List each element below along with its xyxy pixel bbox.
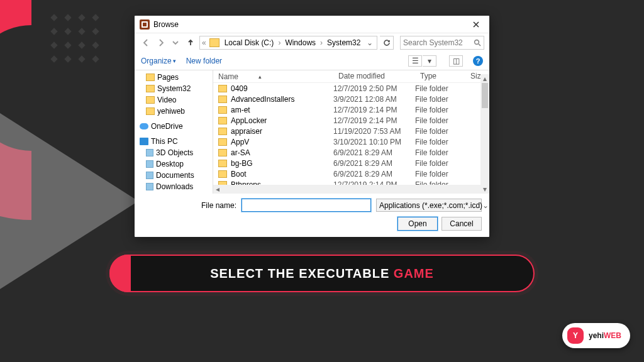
scroll-up-icon[interactable]: ▴: [480, 74, 489, 83]
col-date[interactable]: Date modified: [333, 70, 415, 82]
open-button[interactable]: Open: [397, 217, 438, 231]
tree-item[interactable]: This PC: [135, 136, 213, 147]
row-date: 6/9/2021 8:29 AM: [333, 159, 415, 168]
row-date: 11/19/2020 7:53 AM: [333, 127, 415, 136]
crumb-2[interactable]: System32: [325, 36, 363, 49]
view-dropdown-icon[interactable]: ▾: [423, 55, 436, 67]
row-name: Bthprops: [231, 180, 261, 185]
row-type: File folder: [415, 180, 465, 185]
folder-icon: [146, 107, 155, 115]
crumb-overflow[interactable]: «: [201, 36, 207, 49]
folder-icon: [209, 38, 219, 47]
tree-item[interactable]: Downloads: [135, 181, 213, 192]
address-dropdown-icon[interactable]: ⌄: [364, 38, 375, 47]
horizontal-scrollbar[interactable]: ◂▸: [213, 185, 489, 194]
row-date: 6/9/2021 8:29 AM: [333, 148, 415, 157]
row-type: File folder: [415, 84, 465, 93]
tree-item[interactable]: Documents: [135, 170, 213, 181]
search-icon: [474, 39, 481, 47]
address-bar: « Local Disk (C:) › Windows › System32 ⌄…: [135, 33, 489, 52]
table-row[interactable]: bg-BG6/9/2021 8:29 AMFile folder: [213, 158, 489, 168]
refresh-button[interactable]: [380, 36, 394, 50]
column-headers[interactable]: Name▴ Date modified Type Size: [213, 70, 489, 83]
row-date: 12/7/2019 2:14 PM: [333, 106, 415, 114]
help-button[interactable]: ?: [473, 56, 483, 66]
back-button[interactable]: [140, 36, 152, 50]
recent-button[interactable]: [170, 36, 182, 50]
folder-icon: [218, 160, 227, 167]
table-row[interactable]: am-et12/7/2019 2:14 PMFile folder: [213, 104, 489, 115]
brand-badge: Y yehiWEB: [562, 323, 630, 348]
row-type: File folder: [415, 116, 465, 125]
row-date: 6/9/2021 8:29 AM: [333, 170, 415, 178]
crumb-0[interactable]: Local Disk (C:): [222, 36, 277, 49]
tree-item-label: This PC: [151, 137, 178, 146]
table-row[interactable]: Boot6/9/2021 8:29 AMFile folder: [213, 168, 489, 179]
window-title: Browse: [153, 20, 468, 29]
tree-item[interactable]: 3D Objects: [135, 147, 213, 158]
folder-icon: [218, 85, 227, 92]
cancel-button[interactable]: Cancel: [441, 217, 482, 231]
filename-input[interactable]: [242, 199, 371, 212]
row-name: AppV: [231, 138, 249, 146]
vertical-scrollbar[interactable]: ▴ ▾: [480, 83, 489, 185]
crumb-1[interactable]: Windows: [282, 36, 318, 49]
tree-item[interactable]: Desktop: [135, 158, 213, 170]
tree-item-label: System32: [157, 84, 191, 93]
tree-item-label: 3D Objects: [156, 148, 193, 157]
folder-icon: [146, 74, 155, 81]
nav-tree[interactable]: PagesSystem32VideoyehiwebOneDriveThis PC…: [135, 70, 213, 194]
preview-pane-button[interactable]: ◫: [449, 55, 463, 67]
table-row[interactable]: AdvancedInstallers3/9/2021 12:08 AMFile …: [213, 94, 489, 104]
scroll-left-icon[interactable]: ◂: [213, 185, 222, 194]
up-button[interactable]: [184, 36, 197, 50]
table-row[interactable]: AppV3/10/2021 10:10 PMFile folder: [213, 136, 489, 147]
tree-item[interactable]: Pages: [135, 72, 213, 83]
col-type[interactable]: Type: [415, 70, 465, 82]
row-name: AppLocker: [231, 116, 267, 125]
sq-icon: [146, 183, 153, 190]
view-details-icon[interactable]: ☰: [408, 55, 422, 67]
tree-item[interactable]: Video: [135, 94, 213, 106]
sort-asc-icon: ▴: [258, 74, 262, 80]
forward-button[interactable]: [155, 36, 167, 50]
sq-icon: [146, 149, 153, 156]
file-list: Name▴ Date modified Type Size 040912/7/2…: [213, 70, 489, 194]
folder-icon: [146, 96, 155, 104]
browse-dialog: Browse « Local Disk (C:) › Windows › Sys…: [135, 16, 489, 237]
cloud-icon: [140, 123, 148, 129]
row-type: File folder: [415, 127, 465, 136]
row-type: File folder: [415, 106, 465, 114]
scroll-down-icon[interactable]: ▾: [480, 185, 489, 194]
table-row[interactable]: appraiser11/19/2020 7:53 AMFile folder: [213, 126, 489, 136]
view-mode[interactable]: ☰▾: [408, 55, 436, 67]
caption-text: SELECT THE EXECUTABLE GAME: [111, 266, 533, 281]
search-input[interactable]: Search System32: [400, 36, 484, 50]
folder-icon: [218, 117, 227, 124]
row-date: 3/9/2021 12:08 AM: [333, 95, 415, 104]
scroll-thumb[interactable]: [482, 83, 488, 108]
table-row[interactable]: AppLocker12/7/2019 2:14 PMFile folder: [213, 115, 489, 126]
table-row[interactable]: 040912/7/2019 2:50 PMFile folder: [213, 83, 489, 94]
tree-item[interactable]: yehiweb: [135, 106, 213, 117]
bg-dots: [52, 15, 98, 62]
file-type-select[interactable]: Applications (*.exe;*.com;*.icd) ⌄: [376, 199, 482, 212]
table-row[interactable]: ar-SA6/9/2021 8:29 AMFile folder: [213, 147, 489, 158]
row-name: ar-SA: [231, 148, 250, 157]
table-row[interactable]: Bthprops12/7/2019 2:14 PMFile folder: [213, 179, 489, 185]
close-button[interactable]: [468, 18, 484, 31]
tree-item[interactable]: OneDrive: [135, 121, 213, 132]
folder-icon: [218, 138, 227, 146]
row-name: am-et: [231, 106, 250, 114]
folder-icon: [218, 149, 227, 156]
col-name: Name▴: [213, 70, 333, 82]
row-name: Boot: [231, 170, 247, 178]
new-folder-button[interactable]: New folder: [186, 57, 222, 65]
filename-label: File name:: [142, 201, 236, 210]
breadcrumb[interactable]: « Local Disk (C:) › Windows › System32 ⌄: [199, 36, 377, 50]
tree-item[interactable]: System32: [135, 83, 213, 94]
tree-item-label: Downloads: [156, 182, 193, 191]
row-date: 3/10/2021 10:10 PM: [333, 138, 415, 146]
row-type: File folder: [415, 95, 465, 104]
organize-menu[interactable]: Organize ▾: [141, 57, 176, 65]
